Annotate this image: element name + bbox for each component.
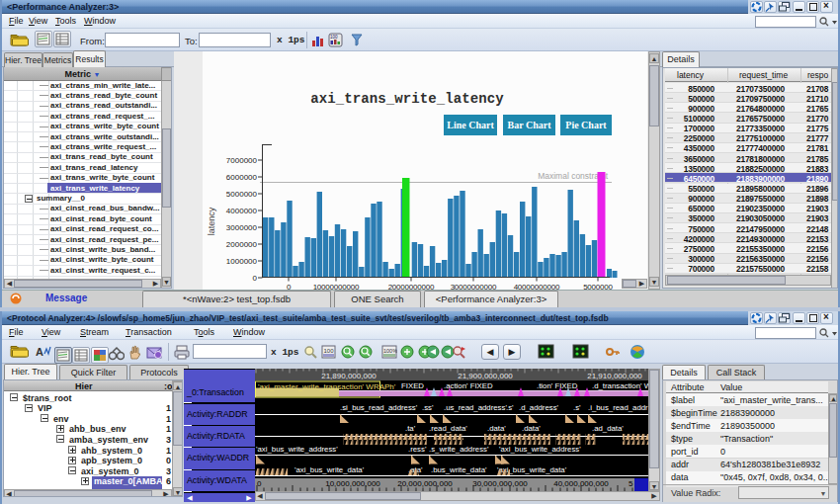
svg-text:5000000: 5000000 <box>583 283 613 290</box>
svg-text:'axi_master_write_transaction': 'axi_master_write_transaction' WRAPh' <box>258 382 396 391</box>
svg-text:100%: 100% <box>383 348 397 354</box>
svg-text:axi_trans_write_latency: axi_trans_write_latency <box>310 91 504 107</box>
svg-text:'axi_bus_write_data': 'axi_bus_write_data' <box>294 465 365 474</box>
svg-text:6000000: 6000000 <box>226 173 258 182</box>
svg-text:.s': .s' <box>573 403 581 412</box>
svg-text:3000000: 3000000 <box>226 223 258 232</box>
svg-text:.ss': .ss' <box>422 403 434 412</box>
svg-text:'axi_bus_write_address': 'axi_bus_write_address' <box>499 445 581 454</box>
svg-text:.action' FIXED: .action' FIXED <box>444 381 493 390</box>
svg-text:0: 0 <box>253 274 258 283</box>
svg-text:latency: latency <box>207 207 216 235</box>
svg-text:100: 100 <box>324 348 335 354</box>
svg-text:10000000000: 10000000000 <box>313 283 360 290</box>
svg-text:.si_bus_read_address': .si_bus_read_address' <box>340 403 418 412</box>
svg-text:.ta': .ta' <box>405 424 416 433</box>
svg-text:0: 0 <box>287 283 292 290</box>
svg-text:20000000000: 20000000000 <box>388 283 435 290</box>
svg-text:10,000,000,000: 10,000,000,000 <box>325 479 380 488</box>
svg-text:.d_address': .d_address' <box>519 403 559 412</box>
svg-text:.tion' FIXED: .tion' FIXED <box>537 381 578 390</box>
svg-text:.read_data': .read_data' <box>429 424 467 433</box>
svg-text:.i_bus_read_addr: .i_bus_read_addr <box>588 403 648 412</box>
svg-text:40000000000: 40000000000 <box>514 283 560 290</box>
svg-text:1000000: 1000000 <box>226 257 258 266</box>
svg-text:2000000: 2000000 <box>226 240 258 249</box>
svg-text:Bar Chart: Bar Chart <box>508 120 552 130</box>
svg-text:20,000,000,000: 20,000,000,000 <box>397 479 453 488</box>
svg-text:4000000: 4000000 <box>226 207 258 215</box>
svg-text:.ress': .ress' <box>408 445 427 454</box>
svg-text:21,910,000,000: 21,910,000,000 <box>587 372 642 380</box>
svg-text:'axi_bus_write_address': 'axi_bus_write_address' <box>256 445 338 454</box>
svg-text:Pie Chart: Pie Chart <box>565 120 607 130</box>
svg-text:.data': .data' <box>522 424 541 433</box>
svg-text:5000000: 5000000 <box>226 190 258 199</box>
svg-text:A: A <box>36 346 43 358</box>
svg-text:.d_transaction' W: .d_transaction' W <box>592 381 648 390</box>
svg-text:21,900,000,000: 21,900,000,000 <box>458 372 513 380</box>
svg-text:5: 5 <box>629 479 633 488</box>
svg-text:30,000,000,000: 30,000,000,000 <box>472 479 528 488</box>
svg-text:.s': .s' <box>506 403 514 412</box>
svg-text:7000000: 7000000 <box>226 156 258 165</box>
svg-text:.ad_data': .ad_data' <box>592 424 624 433</box>
svg-text:.us_read_address': .us_read_address' <box>444 403 507 412</box>
svg-text:.s_write_address': .s_write_address' <box>429 445 489 454</box>
svg-text:.bus_write_data': .bus_write_data' <box>431 465 487 474</box>
svg-text:.data': .data' <box>487 424 506 433</box>
svg-text:21,890,000,000: 21,890,000,000 <box>321 372 377 380</box>
svg-text:FIXED: FIXED <box>401 381 424 390</box>
svg-text:Line Chart: Line Chart <box>447 120 494 130</box>
svg-text:100: 100 <box>330 35 338 40</box>
svg-text:0: 0 <box>257 479 262 488</box>
svg-text:30000000000: 30000000000 <box>451 283 497 290</box>
